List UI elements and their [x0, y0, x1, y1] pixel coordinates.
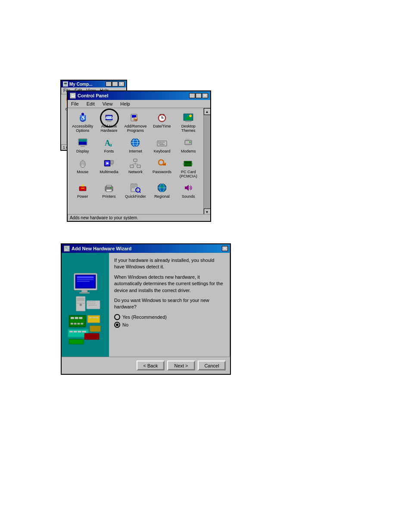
next-button[interactable]: Next > [167, 361, 195, 370]
radio-no-button[interactable] [114, 322, 120, 328]
svg-rect-67 [137, 165, 140, 168]
svg-rect-136 [89, 317, 91, 318]
maximize-button[interactable]: □ [112, 81, 118, 87]
cp-menu-file[interactable]: File [70, 101, 80, 107]
radio-no-option[interactable]: No [114, 322, 225, 328]
scroll-up-button[interactable]: ▲ [204, 108, 211, 115]
svg-point-56 [83, 162, 85, 165]
back-button[interactable]: < Back [137, 361, 165, 370]
fonts-icon: A a [103, 137, 115, 149]
svg-rect-82 [81, 188, 84, 189]
wizard-close-button[interactable]: × [222, 246, 228, 251]
svg-rect-18 [163, 114, 164, 115]
svg-rect-108 [79, 292, 89, 293]
wizard-image-panel [62, 253, 109, 359]
svg-rect-7 [107, 121, 111, 122]
cp-item-power[interactable]: Power [70, 180, 95, 200]
svg-rect-115 [89, 302, 91, 302]
cp-item-internet[interactable]: Internet [123, 135, 148, 155]
close-button[interactable]: × [118, 81, 125, 87]
cp-item-quickfinder[interactable]: QuickFinder [123, 180, 148, 200]
svg-text:PCMCIA: PCMCIA [183, 163, 193, 165]
wizard-question: Do you want Windows to search for your n… [114, 297, 225, 311]
wizard-titlebar[interactable]: 🔧 Add New Hardware Wizard × [62, 244, 230, 253]
svg-rect-147 [70, 340, 83, 343]
cp-title-text: Control Panel [78, 93, 109, 98]
svg-text:♿: ♿ [79, 115, 86, 121]
svg-rect-75 [165, 165, 166, 165]
cp-item-datetime[interactable]: Date/Time [149, 110, 174, 134]
keyboard-icon [156, 137, 168, 149]
printers-label: Printers [103, 195, 116, 199]
cp-item-pccard[interactable]: PCMCIA PC Card (PCMCIA) [176, 156, 201, 180]
cp-item-addnew[interactable]: ADD Add New Hardware [96, 110, 121, 134]
cp-menu-edit[interactable]: Edit [85, 101, 96, 107]
cp-title-icon: 🗂 [70, 93, 76, 99]
cp-item-multimedia[interactable]: Multimedia [96, 156, 121, 180]
svg-rect-126 [75, 317, 78, 319]
svg-line-69 [132, 163, 135, 165]
radio-yes-button[interactable] [114, 314, 120, 320]
wizard-desc1: If your hardware is already installed, y… [114, 257, 225, 271]
minimize-button[interactable]: _ [106, 81, 112, 87]
svg-rect-65 [134, 159, 137, 162]
svg-rect-148 [84, 333, 99, 340]
cp-item-network[interactable]: Network [123, 156, 148, 180]
wizard-footer: < Back Next > Cancel [62, 357, 230, 374]
wizard-body: If your hardware is already installed, y… [62, 253, 230, 359]
svg-rect-45 [162, 143, 163, 144]
svg-rect-144 [82, 331, 86, 333]
radio-yes-option[interactable]: Yes (Recommended) [114, 314, 225, 320]
svg-rect-43 [159, 143, 160, 144]
cp-item-mouse[interactable]: Mouse [70, 156, 95, 180]
display-icon [77, 137, 89, 149]
cp-item-accessibility[interactable]: ♿ Accessibility Options [70, 110, 95, 134]
accessibility-label: Accessibility Options [71, 124, 94, 133]
svg-rect-142 [73, 331, 77, 333]
svg-rect-40 [160, 142, 161, 143]
cancel-button[interactable]: Cancel [198, 361, 226, 370]
my-computer-titlebar[interactable]: 💻 My Comp... _ □ × [61, 81, 126, 87]
quickfinder-icon [129, 182, 141, 194]
svg-rect-6 [108, 120, 110, 121]
cp-item-addremove[interactable]: 📦 Add/Remove Programs [123, 110, 148, 134]
cp-item-printers[interactable]: Printers [96, 180, 121, 200]
cp-item-desktop[interactable]: Desktop Themes [176, 110, 201, 134]
svg-text:📦: 📦 [133, 117, 138, 122]
wizard-title-icon: 🔧 [64, 246, 70, 252]
cp-item-display[interactable]: Display [70, 135, 95, 155]
svg-rect-24 [185, 121, 191, 122]
my-computer-icon: 💻 [63, 81, 68, 87]
passwords-icon [156, 157, 168, 169]
cp-item-regional[interactable]: Regional [149, 180, 174, 200]
cp-item-sounds[interactable]: Sounds [176, 180, 201, 200]
svg-rect-41 [162, 142, 163, 143]
cp-menu-view[interactable]: View [101, 101, 114, 107]
svg-line-52 [188, 139, 189, 140]
cp-item-passwords[interactable]: Passwords [149, 156, 174, 180]
fonts-label: Fonts [104, 149, 114, 154]
cp-item-modems[interactable]: Modems [176, 135, 201, 155]
cp-menu-help[interactable]: Help [119, 101, 131, 107]
cp-item-fonts[interactable]: A a Fonts [96, 135, 121, 155]
svg-rect-105 [77, 279, 93, 280]
svg-point-111 [79, 304, 82, 306]
datetime-label: Date/Time [153, 124, 171, 129]
sounds-label: Sounds [182, 195, 195, 199]
cp-titlebar[interactable]: 🗂 Control Panel _ □ × [68, 91, 210, 100]
cp-item-keyboard[interactable]: Keyboard [149, 135, 174, 155]
svg-rect-122 [88, 305, 97, 306]
wizard-content-area: If your hardware is already installed, y… [109, 253, 230, 359]
cp-close-button[interactable]: × [202, 93, 208, 98]
network-label: Network [128, 170, 143, 174]
cp-maximize-button[interactable]: □ [196, 93, 202, 98]
radio-no-label: No [122, 322, 128, 327]
svg-rect-74 [164, 165, 165, 165]
cp-icons-grid: ♿ Accessibility Options ADD Add Ne [68, 108, 203, 215]
desktop-label: Desktop Themes [177, 124, 200, 133]
cp-scrollbar[interactable]: ▲ ▼ [203, 108, 210, 215]
svg-point-55 [80, 162, 82, 165]
svg-rect-138 [96, 317, 98, 318]
svg-point-62 [111, 161, 113, 163]
cp-minimize-button[interactable]: _ [189, 93, 195, 98]
